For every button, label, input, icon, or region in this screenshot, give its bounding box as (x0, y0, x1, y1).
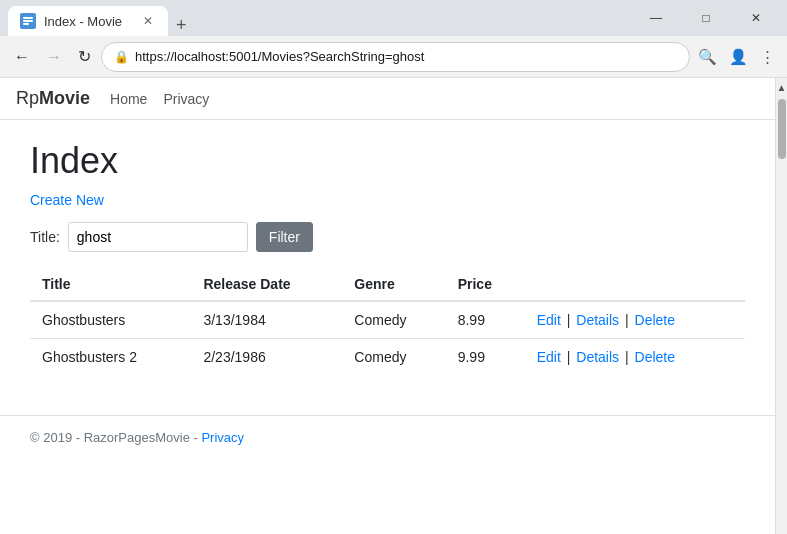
address-bar: ← → ↻ 🔒 https://localhost:5001/Movies?Se… (0, 36, 787, 78)
page-title: Index (30, 140, 745, 182)
brand-movie: Movie (39, 88, 90, 108)
col-actions (525, 268, 745, 301)
footer-privacy-link[interactable]: Privacy (201, 430, 244, 445)
minimize-button[interactable]: — (633, 2, 679, 34)
svg-rect-1 (23, 17, 33, 19)
action-details-1[interactable]: Details (576, 349, 619, 365)
footer: © 2019 - RazorPagesMovie - Privacy (0, 415, 775, 459)
action-delete-0[interactable]: Delete (635, 312, 675, 328)
search-input[interactable] (68, 222, 248, 252)
brand-rp: Rp (16, 88, 39, 108)
filter-form: Title: Filter (30, 222, 745, 252)
cell-release-date: 2/23/1986 (191, 339, 342, 376)
table-body: Ghostbusters3/13/1984Comedy8.99Edit | De… (30, 301, 745, 375)
filter-button[interactable]: Filter (256, 222, 313, 252)
footer-text: © 2019 - RazorPagesMovie - (30, 430, 198, 445)
back-button[interactable]: ← (8, 42, 36, 72)
col-price: Price (446, 268, 525, 301)
table-header-row: Title Release Date Genre Price (30, 268, 745, 301)
navbar: RpMovie Home Privacy (0, 78, 775, 120)
action-edit-0[interactable]: Edit (537, 312, 561, 328)
col-genre: Genre (342, 268, 445, 301)
svg-rect-2 (23, 20, 33, 22)
action-details-0[interactable]: Details (576, 312, 619, 328)
action-edit-1[interactable]: Edit (537, 349, 561, 365)
active-tab[interactable]: Index - Movie ✕ (8, 6, 168, 36)
filter-title-label: Title: (30, 229, 60, 245)
col-title: Title (30, 268, 191, 301)
action-separator: | (621, 312, 632, 328)
cell-genre: Comedy (342, 301, 445, 339)
svg-rect-3 (23, 23, 29, 25)
search-icon-btn[interactable]: 🔍 (694, 44, 721, 70)
action-separator: | (563, 312, 574, 328)
action-separator: | (621, 349, 632, 365)
table-head: Title Release Date Genre Price (30, 268, 745, 301)
refresh-button[interactable]: ↻ (72, 41, 97, 72)
brand: RpMovie (16, 88, 90, 109)
scroll-up-arrow[interactable]: ▲ (775, 80, 787, 95)
scroll-thumb[interactable] (778, 99, 786, 159)
browser-body: RpMovie Home Privacy Index Create New Ti… (0, 78, 787, 534)
window-controls: — □ ✕ (633, 2, 779, 34)
forward-button[interactable]: → (40, 42, 68, 72)
cell-genre: Comedy (342, 339, 445, 376)
cell-title: Ghostbusters 2 (30, 339, 191, 376)
cell-price: 8.99 (446, 301, 525, 339)
url-text: https://localhost:5001/Movies?SearchStri… (135, 49, 677, 64)
menu-icon-btn[interactable]: ⋮ (756, 44, 779, 70)
cell-title: Ghostbusters (30, 301, 191, 339)
lock-icon: 🔒 (114, 50, 129, 64)
cell-release-date: 3/13/1984 (191, 301, 342, 339)
title-bar: Index - Movie ✕ + — □ ✕ (0, 0, 787, 36)
tab-favicon (20, 13, 36, 29)
tab-title: Index - Movie (44, 14, 122, 29)
table-row: Ghostbusters3/13/1984Comedy8.99Edit | De… (30, 301, 745, 339)
new-tab-button[interactable]: + (168, 15, 195, 36)
cell-actions: Edit | Details | Delete (525, 301, 745, 339)
nav-privacy[interactable]: Privacy (163, 91, 209, 107)
tab-area: Index - Movie ✕ + (8, 0, 625, 36)
create-new-link[interactable]: Create New (30, 192, 104, 208)
movies-table: Title Release Date Genre Price Ghostbust… (30, 268, 745, 375)
profile-icon-btn[interactable]: 👤 (725, 44, 752, 70)
action-delete-1[interactable]: Delete (635, 349, 675, 365)
main-content: Index Create New Title: Filter Title Rel… (0, 120, 775, 395)
tab-close-button[interactable]: ✕ (140, 13, 156, 29)
col-release-date: Release Date (191, 268, 342, 301)
cell-actions: Edit | Details | Delete (525, 339, 745, 376)
nav-links: Home Privacy (110, 91, 209, 107)
nav-home[interactable]: Home (110, 91, 147, 107)
maximize-button[interactable]: □ (683, 2, 729, 34)
url-bar[interactable]: 🔒 https://localhost:5001/Movies?SearchSt… (101, 42, 690, 72)
table-row: Ghostbusters 22/23/1986Comedy9.99Edit | … (30, 339, 745, 376)
page-content: RpMovie Home Privacy Index Create New Ti… (0, 78, 775, 534)
scrollbar[interactable]: ▲ (775, 78, 787, 534)
action-separator: | (563, 349, 574, 365)
cell-price: 9.99 (446, 339, 525, 376)
close-button[interactable]: ✕ (733, 2, 779, 34)
